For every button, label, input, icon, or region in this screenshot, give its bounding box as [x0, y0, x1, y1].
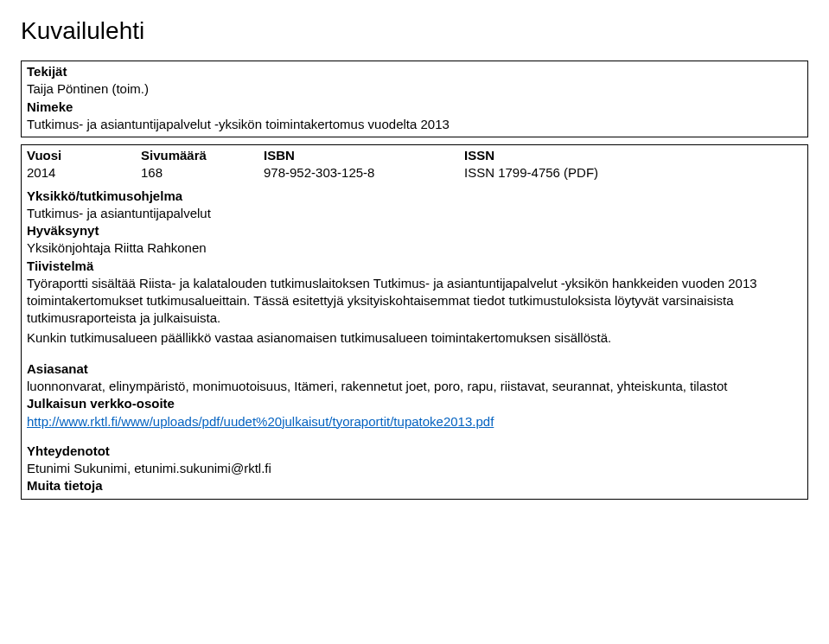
vuosi-value: 2014: [27, 164, 131, 182]
yksikko-label: Yksikkö/tutkimusohjelma: [27, 188, 813, 205]
metadata-block-2: Vuosi 2014 Sivumäärä 168 ISBN 978-952-30…: [21, 144, 808, 500]
hyvaksynyt-label: Hyväksynyt: [27, 222, 813, 239]
nimeke-label: Nimeke: [27, 99, 813, 116]
vuosi-label: Vuosi: [27, 147, 131, 164]
sivumaara-value: 168: [141, 164, 253, 182]
issn-value: ISSN 1799-4756 (PDF): [464, 164, 802, 182]
asiasanat-value: luonnonvarat, elinympäristö, monimuotois…: [27, 378, 813, 395]
tiivistelma-paragraph-1: Työraportti sisältää Riista- ja kalatalo…: [27, 275, 813, 328]
metadata-block-1: Tekijät Taija Pöntinen (toim.) Nimeke Tu…: [21, 61, 808, 137]
muita-label: Muita tietoja: [27, 477, 813, 494]
page-title: Kuvailulehti: [21, 17, 808, 45]
issn-label: ISSN: [464, 147, 802, 164]
tekijat-label: Tekijät: [27, 63, 813, 80]
tekijat-value: Taija Pöntinen (toim.): [27, 80, 813, 98]
julkaisun-label: Julkaisun verkko-osoite: [27, 395, 813, 412]
nimeke-value: Tutkimus- ja asiantuntijapalvelut -yksik…: [27, 116, 813, 133]
tiivistelma-paragraph-2: Kunkin tutkimusalueen päällikkö vastaa a…: [27, 329, 813, 347]
asiasanat-label: Asiasanat: [27, 360, 813, 378]
tiivistelma-label: Tiivistelmä: [27, 258, 813, 275]
hyvaksynyt-value: Yksikönjohtaja Riitta Rahkonen: [27, 239, 813, 257]
julkaisun-url-link[interactable]: http://www.rktl.fi/www/uploads/pdf/uudet…: [27, 414, 494, 429]
yhteydenotot-label: Yhteydenotot: [27, 443, 813, 460]
yhteydenotot-value: Etunimi Sukunimi, etunimi.sukunimi@rktl.…: [27, 460, 813, 477]
yksikko-value: Tutkimus- ja asiantuntijapalvelut: [27, 205, 813, 222]
isbn-label: ISBN: [264, 147, 454, 164]
sivumaara-label: Sivumäärä: [141, 147, 253, 164]
isbn-value: 978-952-303-125-8: [264, 164, 454, 182]
